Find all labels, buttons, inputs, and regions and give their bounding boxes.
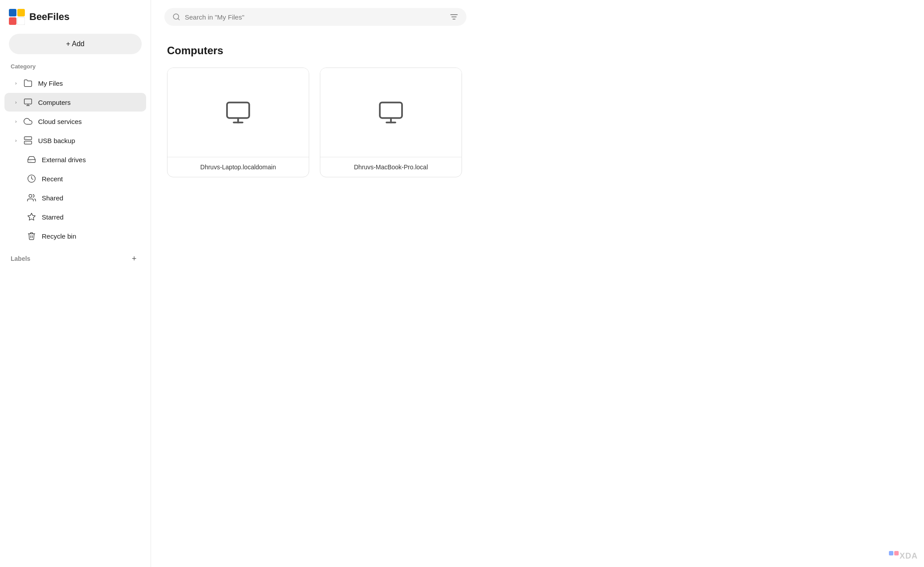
svg-line-18 bbox=[178, 18, 179, 20]
users-icon bbox=[27, 193, 36, 203]
svg-marker-16 bbox=[28, 213, 36, 220]
svg-rect-25 bbox=[380, 103, 402, 118]
content-area: Computers Dhruvs-Laptop.localdomain Dhru… bbox=[151, 34, 924, 567]
search-input[interactable] bbox=[185, 13, 445, 21]
sidebar-item-label: Recent bbox=[42, 175, 63, 183]
sidebar-item-label: USB backup bbox=[38, 137, 75, 144]
logo-area: BeeFiles bbox=[0, 9, 151, 34]
svg-rect-1 bbox=[17, 9, 25, 16]
computer-card-icon-area bbox=[167, 68, 309, 157]
sidebar-item-cloud-services[interactable]: › Cloud services bbox=[4, 112, 146, 131]
computers-grid: Dhruvs-Laptop.localdomain Dhruvs-MacBook… bbox=[167, 68, 908, 177]
sidebar-item-my-files[interactable]: › My Files bbox=[4, 74, 146, 92]
sidebar-item-recent[interactable]: Recent bbox=[4, 169, 146, 188]
sidebar-item-label: My Files bbox=[38, 80, 63, 87]
server-icon bbox=[23, 136, 33, 145]
nav-list: › My Files › Computers › Cloud services … bbox=[0, 73, 151, 246]
monitor-icon bbox=[23, 97, 33, 107]
sidebar-item-computers[interactable]: › Computers bbox=[4, 93, 146, 112]
svg-rect-8 bbox=[24, 141, 32, 144]
sidebar-item-label: Shared bbox=[42, 194, 63, 202]
svg-rect-0 bbox=[9, 9, 16, 16]
sidebar-item-label: Computers bbox=[38, 99, 71, 106]
topbar bbox=[151, 0, 924, 34]
add-button[interactable]: + Add bbox=[9, 34, 142, 54]
computer-card-laptop[interactable]: Dhruvs-Laptop.localdomain bbox=[167, 68, 309, 177]
computer-card-icon-area bbox=[320, 68, 462, 157]
svg-rect-2 bbox=[9, 17, 16, 25]
svg-rect-4 bbox=[24, 99, 32, 104]
labels-section: Labels + bbox=[0, 246, 151, 268]
computer-card-name: Dhruvs-Laptop.localdomain bbox=[167, 157, 309, 177]
computer-card-name: Dhruvs-MacBook-Pro.local bbox=[320, 157, 462, 177]
chevron-icon: › bbox=[15, 80, 17, 86]
monitor-icon bbox=[378, 99, 404, 126]
sidebar-item-label: External drives bbox=[42, 156, 86, 164]
sidebar: BeeFiles + Add Category › My Files › Com… bbox=[0, 0, 151, 567]
sidebar-item-label: Starred bbox=[42, 213, 64, 221]
sidebar-item-starred[interactable]: Starred bbox=[4, 208, 146, 226]
chevron-icon: › bbox=[15, 138, 17, 143]
sidebar-item-recycle-bin[interactable]: Recycle bin bbox=[4, 227, 146, 245]
filter-icon[interactable] bbox=[450, 12, 458, 21]
chevron-icon: › bbox=[15, 100, 17, 105]
section-title: Computers bbox=[167, 44, 908, 57]
hard-drive-icon bbox=[27, 155, 36, 164]
computer-card-macbook[interactable]: Dhruvs-MacBook-Pro.local bbox=[320, 68, 462, 177]
clock-icon bbox=[27, 174, 36, 184]
sidebar-item-usb-backup[interactable]: › USB backup bbox=[4, 131, 146, 150]
labels-title: Labels bbox=[11, 255, 30, 262]
chevron-icon: › bbox=[15, 119, 17, 124]
trash-icon bbox=[27, 231, 36, 241]
labels-add-button[interactable]: + bbox=[128, 253, 140, 264]
monitor-icon bbox=[225, 99, 251, 126]
app-name: BeeFiles bbox=[29, 11, 70, 23]
sidebar-item-shared[interactable]: Shared bbox=[4, 188, 146, 207]
svg-rect-3 bbox=[17, 17, 25, 25]
category-label: Category bbox=[0, 63, 151, 73]
svg-rect-7 bbox=[24, 137, 32, 140]
star-icon bbox=[27, 212, 36, 222]
svg-rect-22 bbox=[227, 103, 249, 118]
sidebar-item-external-drives[interactable]: External drives bbox=[4, 150, 146, 169]
cloud-icon bbox=[23, 116, 33, 126]
svg-point-15 bbox=[29, 195, 32, 198]
folder-icon bbox=[23, 78, 33, 88]
main-content: Computers Dhruvs-Laptop.localdomain Dhru… bbox=[151, 0, 924, 567]
search-icon bbox=[172, 13, 180, 21]
sidebar-item-label: Recycle bin bbox=[42, 232, 76, 240]
search-bar bbox=[164, 8, 466, 26]
beefiles-logo-icon bbox=[9, 9, 25, 25]
sidebar-item-label: Cloud services bbox=[38, 118, 82, 125]
